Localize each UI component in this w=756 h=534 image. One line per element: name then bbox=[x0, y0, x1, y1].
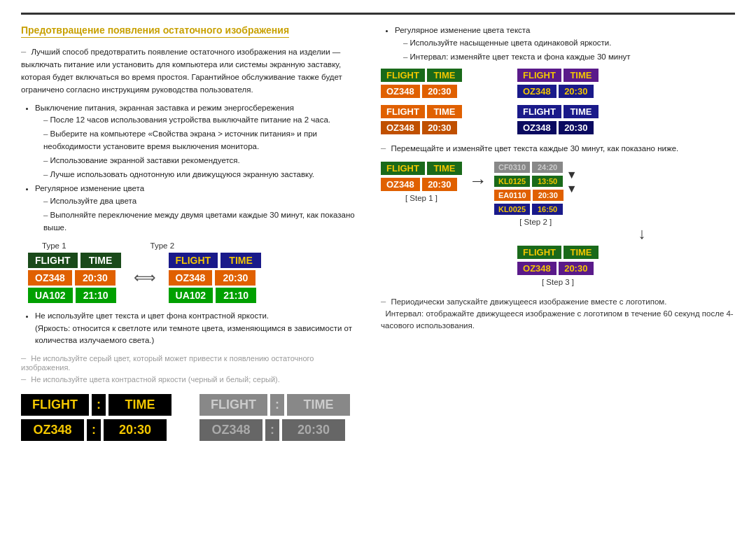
step2-kl-time: 13:50 bbox=[532, 176, 563, 187]
step2-ea-code: EA0110 bbox=[494, 190, 531, 201]
no-contrast-list: Не используйте цвет текста и цвет фона к… bbox=[21, 310, 364, 347]
type2-header: FLIGHT TIME bbox=[169, 253, 262, 268]
step3-oz-time: 20:30 bbox=[559, 262, 594, 275]
gray-note-1: – Не используйте серый цвет, который мож… bbox=[21, 353, 364, 372]
gray-board-header: FLIGHT : TIME bbox=[200, 394, 364, 416]
mini-board-4: FLIGHT TIME OZ348 20:30 bbox=[517, 105, 647, 134]
mini-board-3-header: FLIGHT TIME bbox=[381, 105, 510, 118]
mb4-h-flight: FLIGHT bbox=[517, 105, 561, 118]
steps-section: FLIGHT TIME OZ348 20:30 [ Step 1 ] → bbox=[381, 162, 735, 332]
step1-oz-code: OZ348 bbox=[381, 178, 420, 191]
black-header-colon: : bbox=[92, 394, 106, 416]
step3-area: FLIGHT TIME OZ348 20:30 [ Step 3 ] bbox=[381, 246, 735, 286]
type1-ua-code: UA102 bbox=[28, 288, 73, 303]
type-labels-row: Type 1 Type 2 bbox=[42, 241, 364, 250]
type-boards-row: FLIGHT TIME OZ348 20:30 UA102 21:10 ⟺ bbox=[28, 253, 364, 303]
gray-board-row1: OZ348 : 20:30 bbox=[200, 419, 364, 441]
type2-ua-code: UA102 bbox=[169, 288, 214, 303]
step2-board: CF0310 24:20 KL0125 13:50 EA0110 20:30 bbox=[494, 162, 564, 215]
right-bullet-list: Регулярное изменение цвета текста Исполь… bbox=[381, 24, 735, 63]
mb2-oz-time: 20:30 bbox=[559, 85, 594, 98]
type2-row1: OZ348 20:30 bbox=[169, 270, 262, 286]
step1-board: FLIGHT TIME OZ348 20:30 bbox=[381, 162, 462, 191]
main-content: Предотвращение появления остаточного изо… bbox=[21, 24, 735, 441]
down-arrows: ▼ ▼ bbox=[566, 169, 578, 195]
down-arrow-1: ▼ bbox=[566, 169, 578, 181]
mb4-oz-code: OZ348 bbox=[517, 121, 556, 134]
mb1-oz-code: OZ348 bbox=[381, 85, 420, 98]
gray-oz-code: OZ348 bbox=[200, 419, 262, 441]
type1-label: Type 1 bbox=[42, 241, 66, 250]
main-bullet-list: Выключение питания, экранная заставка и … bbox=[21, 102, 364, 234]
mini-board-1-header: FLIGHT TIME bbox=[381, 69, 510, 82]
step3-board: FLIGHT TIME OZ348 20:30 bbox=[517, 246, 598, 275]
type2-oz-time: 20:30 bbox=[215, 270, 255, 286]
top-divider bbox=[21, 13, 735, 15]
intro-body: Лучший способ предотвратить появление ос… bbox=[21, 48, 342, 94]
type2-header-time: TIME bbox=[220, 253, 261, 268]
mb1-oz-time: 20:30 bbox=[422, 85, 457, 98]
mini-board-2: FLIGHT TIME OZ348 20:30 bbox=[517, 69, 647, 98]
step2-kl2-code: KL0025 bbox=[494, 204, 530, 215]
gray-note-2: – Не используйте цвета контрастной яркос… bbox=[21, 374, 364, 384]
step2-cf-code: CF0310 bbox=[494, 162, 530, 173]
mini-board-2-header: FLIGHT TIME bbox=[517, 69, 647, 82]
sub-1-2: Выберите на компьютере «Свойства экрана … bbox=[43, 128, 364, 153]
down-arrow-to-step3: ↓ bbox=[638, 225, 646, 242]
black-board: FLIGHT : TIME OZ348 : 20:30 bbox=[21, 394, 186, 441]
step2-kl2-time: 16:50 bbox=[532, 204, 563, 215]
step2-row2: EA0110 20:30 bbox=[494, 190, 564, 201]
step1-box: FLIGHT TIME OZ348 20:30 [ Step 1 ] bbox=[381, 162, 462, 202]
mini-board-3-row: OZ348 20:30 bbox=[381, 121, 510, 134]
step3-h-flight: FLIGHT bbox=[517, 246, 561, 259]
no-contrast-item: Не используйте цвет текста и цвет фона к… bbox=[35, 310, 364, 347]
bullet-2: Регулярное изменение цвета Используйте д… bbox=[35, 183, 364, 234]
step3-h-time: TIME bbox=[564, 246, 598, 259]
black-oz-code: OZ348 bbox=[21, 419, 84, 441]
steps-row-1-2: FLIGHT TIME OZ348 20:30 [ Step 1 ] → bbox=[381, 162, 735, 226]
step2-row1: KL0125 13:50 bbox=[494, 176, 564, 187]
mb3-oz-code: OZ348 bbox=[381, 121, 420, 134]
step1-label: [ Step 1 ] bbox=[405, 194, 438, 202]
type2-header-flight: FLIGHT bbox=[169, 253, 218, 268]
sub-2-2: Выполняйте переключение между двумя цвет… bbox=[43, 209, 364, 234]
step2-ea-time: 20:30 bbox=[533, 190, 564, 201]
gray-board: FLIGHT : TIME OZ348 : 20:30 bbox=[200, 394, 364, 441]
mb3-oz-time: 20:30 bbox=[422, 121, 457, 134]
black-oz-time: 20:30 bbox=[104, 419, 167, 441]
mini-board-2-row: OZ348 20:30 bbox=[517, 85, 647, 98]
intro-text: – Лучший способ предотвратить появление … bbox=[21, 45, 364, 97]
black-header-time: TIME bbox=[108, 394, 172, 416]
step2-row0: CF0310 24:20 bbox=[494, 162, 564, 173]
type2-board: FLIGHT TIME OZ348 20:30 UA102 21:10 bbox=[169, 253, 262, 303]
mb2-h-flight: FLIGHT bbox=[517, 69, 561, 82]
type2-row2: UA102 21:10 bbox=[169, 288, 262, 303]
sub-1-4: Лучше использовать однотонную или движущ… bbox=[43, 169, 364, 181]
mini-board-4-header: FLIGHT TIME bbox=[517, 105, 647, 118]
mini-board-1-row: OZ348 20:30 bbox=[381, 85, 510, 98]
sub-1-1: После 12 часов использования устройства … bbox=[43, 114, 364, 127]
intro-dash: – bbox=[21, 46, 26, 57]
mb1-h-flight: FLIGHT bbox=[381, 69, 425, 82]
gray-row-colon: : bbox=[265, 419, 279, 441]
step3-row: OZ348 20:30 bbox=[517, 262, 598, 275]
step2-kl-code: KL0125 bbox=[494, 176, 530, 187]
type2-oz-code: OZ348 bbox=[169, 270, 213, 286]
type1-ua-time: 21:10 bbox=[76, 288, 116, 303]
step1-oz-time: 20:30 bbox=[422, 178, 457, 191]
arrow-both-icon: ⟺ bbox=[134, 269, 156, 287]
step3-oz-code: OZ348 bbox=[517, 262, 556, 275]
bullet-1: Выключение питания, экранная заставка и … bbox=[35, 102, 364, 181]
type1-row1: OZ348 20:30 bbox=[28, 270, 121, 286]
step3-label: [ Step 3 ] bbox=[542, 278, 574, 286]
type2-ua-time: 21:10 bbox=[216, 288, 256, 303]
mb3-h-flight: FLIGHT bbox=[381, 105, 425, 118]
gray-header-colon: : bbox=[270, 394, 284, 416]
mini-board-1: FLIGHT TIME OZ348 20:30 bbox=[381, 69, 510, 98]
left-column: Предотвращение появления остаточного изо… bbox=[21, 24, 364, 441]
gray-header-flight: FLIGHT bbox=[200, 394, 267, 416]
page: Предотвращение появления остаточного изо… bbox=[0, 0, 756, 534]
arrow-right-icon: → bbox=[469, 170, 487, 192]
mb1-h-time: TIME bbox=[427, 69, 462, 82]
step-note: – Перемещайте и изменяйте цвет текста ка… bbox=[381, 141, 735, 155]
